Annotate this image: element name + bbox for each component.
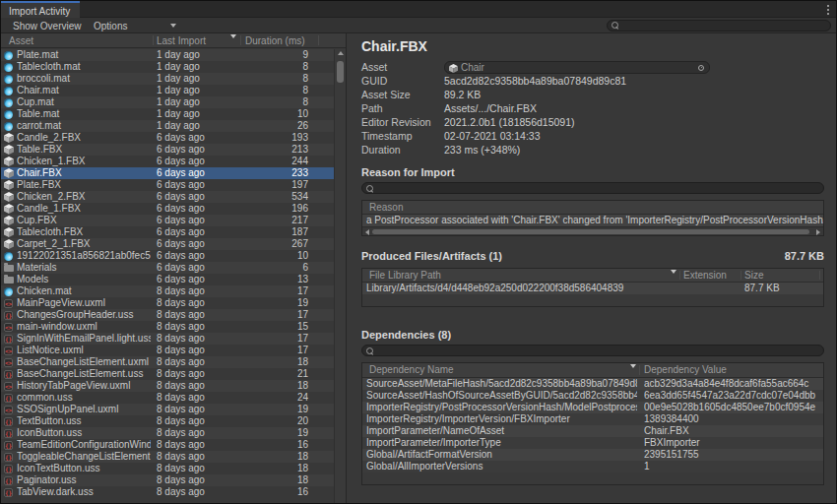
list-item[interactable]: Table.mat1 day ago10 (1, 108, 346, 120)
list-item[interactable]: {}SignInWithEmailPanel.light.uss8 days a… (1, 333, 346, 345)
column-resize-handle[interactable] (679, 271, 680, 280)
dependency-row[interactable]: Global/AllImporterVersions1 (362, 461, 823, 472)
column-header-dependency-name[interactable]: Dependency Name (369, 363, 454, 376)
list-item[interactable]: {}IconTextButton.uss8 days ago18 (1, 463, 346, 474)
kebab-menu-icon[interactable] (827, 5, 830, 17)
column-resize-handle[interactable] (153, 35, 154, 45)
asset-duration: 8 (241, 85, 308, 96)
asset-last-import: 8 days ago (157, 368, 241, 380)
scroll-left-arrow-icon[interactable] (365, 229, 369, 235)
column-resize-handle[interactable] (819, 271, 820, 280)
scroll-up-arrow-icon[interactable] (338, 51, 344, 55)
toolbar-search[interactable] (607, 20, 831, 32)
scrollbar-thumb[interactable] (337, 61, 344, 83)
list-item[interactable]: Chicken_1.FBX6 days ago244 (1, 156, 346, 167)
list-item[interactable]: {}TabView.dark.uss8 days ago16 (1, 486, 346, 498)
list-item[interactable]: <>SSOSignUpPanel.uxml8 days ago19 (1, 404, 346, 415)
column-header-dependency-value[interactable]: Dependency Value (644, 363, 727, 376)
chevron-down-icon[interactable] (170, 24, 176, 28)
uss-icon: {} (4, 334, 14, 344)
list-item[interactable]: Materials6 days ago6 (1, 262, 346, 274)
reason-search[interactable] (361, 182, 824, 194)
list-item[interactable]: {}ChangesGroupHeader.uss8 days ago17 (1, 309, 346, 321)
details-panel: Chair.FBX Asset Chair GUID5acd2d82c9358b… (348, 33, 836, 503)
artifacts-table-header: File Library Path Extension Size (362, 269, 823, 283)
dependencies-search-input[interactable] (376, 346, 817, 355)
list-item[interactable]: carrot.mat1 day ago26 (1, 120, 346, 132)
list-item[interactable]: {}IconButton.uss8 days ago19 (1, 427, 346, 439)
column-resize-handle[interactable] (318, 35, 319, 45)
list-item[interactable]: <>BaseChangeListElement.uxml8 days ago18 (1, 356, 346, 368)
show-overview-button[interactable]: Show Overview (9, 20, 85, 32)
uxml-icon: <> (4, 346, 14, 355)
list-item[interactable]: {}TextButton.uss8 days ago20 (1, 415, 346, 427)
list-item[interactable]: 19122021351a856821ab0fec586 days ago10 (1, 250, 346, 262)
list-item[interactable]: Candle_2.FBX6 days ago193 (1, 132, 346, 144)
list-item[interactable]: Tablecloth.FBX6 days ago187 (1, 226, 346, 238)
column-header-file-library-path[interactable]: File Library Path (369, 269, 441, 282)
list-item[interactable]: Chair.mat1 day ago8 (1, 85, 346, 96)
column-header-last-import[interactable]: Last Import (157, 35, 206, 46)
scrollbar-thumb[interactable] (372, 229, 809, 234)
column-resize-handle[interactable] (639, 365, 640, 375)
field-value: 2021.2.0b1 (181856d15091) (444, 116, 575, 130)
artifact-row[interactable]: Library/Artifacts/d4/d448eb92a250d022200… (362, 283, 823, 294)
reason-search-input[interactable] (376, 183, 817, 193)
asset-name: carrot.mat (17, 120, 151, 132)
asset-name: Cup.FBX (17, 215, 151, 226)
list-item[interactable]: Chicken_2.FBX6 days ago534 (1, 191, 346, 203)
dependency-row[interactable]: Global/ArtifactFormatVersion2395151755 (362, 449, 823, 461)
list-item[interactable]: {}common.uss8 days ago24 (1, 392, 346, 404)
list-item[interactable]: Plate.FBX6 days ago197 (1, 179, 346, 191)
field-row: PathAssets/.../Chair.FBX (361, 102, 824, 116)
list-item[interactable]: <>MainPageView.uxml8 days ago19 (1, 297, 346, 309)
list-item[interactable]: Tablecloth.mat1 day ago8 (1, 61, 346, 73)
dependency-row[interactable]: ImporterRegistry/ImporterVersion/FBXImpo… (362, 413, 823, 425)
list-item[interactable]: <>HistoryTabPageView.uxml8 days ago18 (1, 380, 346, 392)
dependency-row[interactable]: ImporterRegistry/PostProcessorVersionHas… (362, 402, 823, 413)
dependency-row[interactable]: ImportParameter/ImporterTypeFBXImporter (362, 437, 823, 449)
list-item[interactable]: Chair.FBX6 days ago233 (1, 167, 346, 179)
list-item[interactable]: {}Paginator.uss8 days ago18 (1, 474, 346, 486)
column-header-reason[interactable]: Reason (369, 201, 403, 214)
list-item[interactable]: {}TeamEditionConfigurationWindo8 days ag… (1, 439, 346, 451)
dependency-row[interactable]: ImportParameter/NameOfAssetChair.FBX (362, 425, 823, 437)
scroll-right-arrow-icon[interactable] (816, 229, 820, 235)
reason-table-header[interactable]: Reason (362, 201, 823, 215)
list-item[interactable]: {}BaseChangeListElement.uss8 days ago21 (1, 368, 346, 380)
dependency-row[interactable]: SourceAsset/HashOfSourceAssetByGUID/5acd… (362, 390, 823, 402)
vertical-scrollbar[interactable] (334, 49, 346, 503)
dependencies-section-heading: Dependencies (8) (361, 329, 824, 341)
toolbar-search-input[interactable] (621, 21, 824, 31)
list-item[interactable]: {}ToggleableChangeListElement.u8 days ag… (1, 451, 346, 463)
column-header-extension[interactable]: Extension (683, 269, 727, 282)
dependency-row[interactable]: SourceAsset/MetaFileHash/5acd2d82c9358bb… (362, 378, 823, 390)
column-header-asset[interactable]: Asset (9, 35, 33, 46)
list-item[interactable]: Chicken.mat8 days ago17 (1, 285, 346, 297)
dependencies-search[interactable] (361, 345, 824, 356)
list-item[interactable]: <>ListNotice.uxml8 days ago17 (1, 345, 346, 356)
tab-import-activity[interactable]: Import Activity (1, 1, 80, 18)
column-resize-handle[interactable] (740, 271, 741, 280)
options-dropdown[interactable]: Options (90, 20, 178, 32)
column-header-size[interactable]: Size (744, 269, 763, 282)
reason-row[interactable]: a PostProcessor associated with 'Chair.F… (362, 215, 823, 226)
list-item[interactable]: Candle_1.FBX6 days ago196 (1, 203, 346, 215)
list-item[interactable]: Plate.mat1 day ago9 (1, 49, 346, 61)
horizontal-scrollbar[interactable] (362, 226, 823, 235)
list-item[interactable]: Cup.FBX6 days ago217 (1, 215, 346, 226)
column-resize-handle[interactable] (240, 35, 241, 45)
column-header-duration[interactable]: Duration (ms) (245, 35, 305, 46)
asset-object-field[interactable]: Chair (444, 61, 710, 74)
model-icon (4, 168, 14, 178)
list-item[interactable]: Table.FBX6 days ago213 (1, 144, 346, 156)
list-item[interactable]: <>main-window.uxml8 days ago15 (1, 321, 346, 333)
asset-duration: 19 (241, 297, 308, 309)
list-item[interactable]: Models6 days ago13 (1, 274, 346, 285)
list-item[interactable]: Carpet_2_1.FBX6 days ago267 (1, 238, 346, 250)
asset-duration: 18 (241, 356, 308, 368)
list-item[interactable]: broccoli.mat1 day ago8 (1, 73, 346, 85)
list-item[interactable]: Cup.mat1 day ago8 (1, 96, 346, 108)
object-picker-icon[interactable] (698, 65, 704, 71)
asset-last-import: 6 days ago (157, 167, 241, 179)
